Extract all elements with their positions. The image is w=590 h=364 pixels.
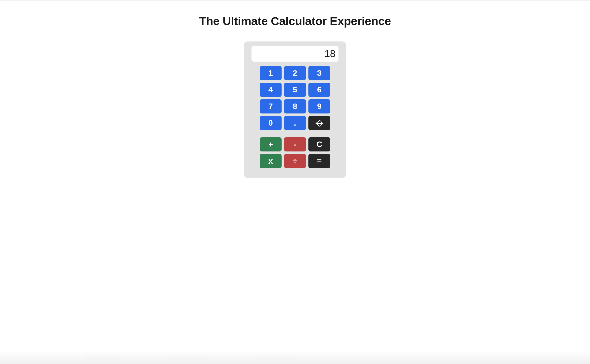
calculator-body: 18 1 2 3 4 5 6 7 8 9 0 . + - C	[244, 41, 346, 178]
page-container: The Ultimate Calculator Experience 18 1 …	[0, 0, 590, 178]
backspace-button[interactable]	[308, 116, 330, 130]
add-button[interactable]: +	[260, 137, 282, 151]
digit-2-button[interactable]: 2	[284, 66, 306, 80]
multiply-button[interactable]: x	[260, 154, 282, 168]
page-title: The Ultimate Calculator Experience	[199, 14, 391, 28]
digit-7-button[interactable]: 7	[260, 99, 282, 113]
equals-button[interactable]: =	[308, 154, 330, 168]
calculator-keypad: 1 2 3 4 5 6 7 8 9 0 . + - C x	[260, 66, 330, 168]
digit-9-button[interactable]: 9	[308, 99, 330, 113]
digit-4-button[interactable]: 4	[260, 83, 282, 97]
divide-button[interactable]: ÷	[284, 154, 306, 168]
subtract-button[interactable]: -	[284, 137, 306, 151]
calculator-display: 18	[252, 46, 338, 62]
backspace-icon	[315, 120, 324, 127]
clear-button[interactable]: C	[308, 137, 330, 151]
digit-1-button[interactable]: 1	[260, 66, 282, 80]
bottom-gradient	[0, 350, 590, 364]
digit-0-button[interactable]: 0	[260, 116, 282, 130]
digit-6-button[interactable]: 6	[308, 83, 330, 97]
keypad-gap	[260, 133, 330, 135]
decimal-button[interactable]: .	[284, 116, 306, 130]
digit-8-button[interactable]: 8	[284, 99, 306, 113]
digit-5-button[interactable]: 5	[284, 83, 306, 97]
digit-3-button[interactable]: 3	[308, 66, 330, 80]
